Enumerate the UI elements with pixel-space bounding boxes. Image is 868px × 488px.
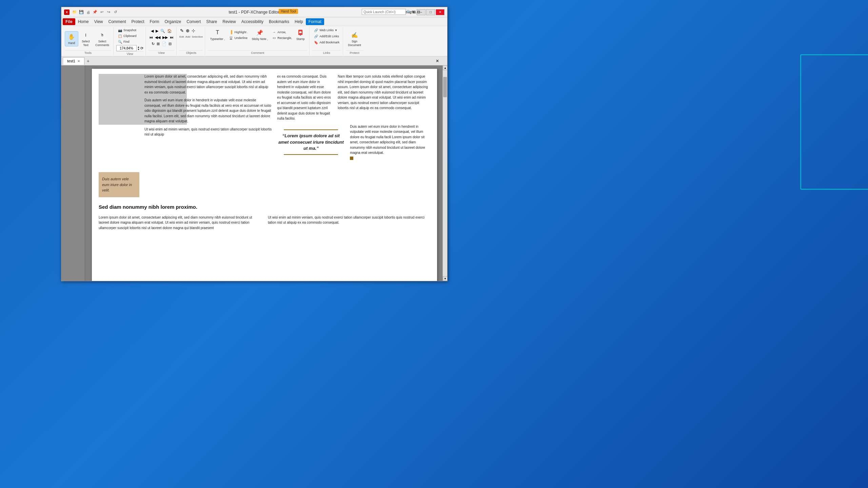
menu-organize[interactable]: Organize — [162, 18, 184, 25]
qa-refresh-icon[interactable]: ↺ — [112, 9, 118, 15]
rectangle-label: Rectangle, — [277, 36, 292, 40]
quick-launch-search-icon: 🔍 — [407, 10, 411, 14]
col2-mid-text: Nam liber tempor cum soluta nobis eleife… — [338, 74, 430, 111]
snapshot-button[interactable]: 📷 Snapshot — [116, 27, 138, 33]
menu-bar: File Home View Comment Protect Form Orga… — [61, 17, 447, 26]
web-links-button[interactable]: 🔗 Web Links ▼ — [312, 27, 339, 33]
menu-help[interactable]: Help — [292, 18, 306, 25]
nav-next-icon[interactable]: ▶▶ — [162, 35, 169, 40]
ribbon-comment-group: T Typewriter , ▐ Highlight . U Underline… — [206, 27, 310, 55]
nav-forward-icon[interactable]: ▶ — [155, 28, 159, 34]
ribbon-links-group: 🔗 Web Links ▼ 🔗 Add/Edit Links 🔖 Add Boo… — [310, 27, 343, 55]
zoom-fit-icon[interactable]: ⟳ — [140, 46, 143, 50]
section-col1: Lorem ipsum dolor sit amet, consectetuer… — [99, 215, 261, 231]
menu-share[interactable]: Share — [203, 18, 220, 25]
close-button[interactable]: ✕ — [436, 9, 445, 15]
tab-close-window[interactable]: ✕ — [436, 59, 446, 63]
add-edit-links-button[interactable]: 🔗 Add/Edit Links — [312, 34, 340, 39]
page-sidebar: Duis autem vele eum iriure dolor in veli… — [99, 74, 139, 197]
zoom-up-arrow[interactable]: ▲ — [137, 46, 140, 48]
nav-fit-icon[interactable]: ⊞ — [156, 41, 160, 47]
menu-form[interactable]: Form — [147, 18, 162, 25]
tab-bar: test1 ✕ + ✕ — [61, 57, 447, 65]
scroll-track[interactable] — [443, 70, 447, 276]
qa-folder-icon[interactable]: 📁 — [72, 9, 78, 15]
sign-document-icon: ✍ — [351, 31, 359, 39]
obj-select-icon[interactable]: ⊹ — [191, 27, 196, 34]
highlight-button[interactable]: ▐ Highlight . — [227, 29, 249, 35]
zoom-input[interactable] — [116, 45, 137, 51]
tab-close-button[interactable]: ✕ — [77, 59, 80, 63]
menu-review[interactable]: Review — [220, 18, 238, 25]
nav-last-icon[interactable]: ⏭ — [169, 35, 174, 40]
scroll-up-button[interactable]: ▲ — [443, 65, 447, 70]
view-group-label: View — [116, 51, 143, 56]
add-tab-button[interactable]: + — [84, 57, 92, 65]
page-top-section: Duis autem vele eum iriure dolor in veli… — [92, 69, 437, 197]
col2-top-text: ex ea commodo consequat. Duis autem vel … — [277, 74, 333, 121]
sticky-note-button[interactable]: 📌 Sticky Note , — [250, 27, 270, 42]
menu-convert[interactable]: Convert — [184, 18, 203, 25]
scroll-down-button[interactable]: ▼ — [443, 276, 447, 281]
qa-save-icon[interactable]: 💾 — [78, 9, 84, 15]
menu-format[interactable]: Format — [306, 18, 324, 25]
nav-rotate-icon[interactable]: ↻ — [151, 41, 155, 47]
col1-bot-text: Ut wisi enim ad minim veniam, quis nostr… — [144, 127, 272, 137]
menu-bookmarks[interactable]: Bookmarks — [266, 18, 292, 25]
nav-items: ◀ ▶ 🔍 🏠 ⏮ ◀◀ ▶▶ ⏭ ↻ ⊞ 📄 ⊟ — [149, 27, 174, 50]
select-comments-icon: 🖱 — [98, 31, 106, 39]
underline-button[interactable]: U Underline — [227, 35, 249, 41]
document-area: Duis autem vele eum iriure dolor in veli… — [61, 65, 447, 281]
typewriter-icon: T — [213, 28, 221, 37]
find-button[interactable]: 🔍 Find — [116, 39, 138, 44]
stamp-button[interactable]: 📮 Stamp — [294, 27, 307, 42]
qa-print-icon[interactable]: 🖨 — [85, 9, 91, 15]
menu-home[interactable]: Home — [75, 18, 92, 25]
tab-name: test1 — [67, 59, 75, 63]
qa-redo-icon[interactable]: ↪ — [105, 9, 112, 15]
document-scroll[interactable]: Duis autem vele eum iriure dolor in veli… — [85, 65, 447, 281]
select-text-button[interactable]: Ⅰ SelectText — [79, 30, 93, 47]
nav-prev-icon[interactable]: ◀◀ — [154, 35, 161, 40]
menu-accessibility[interactable]: Accessibility — [239, 18, 266, 25]
sticky-note-icon: 📌 — [256, 28, 264, 37]
application-window: X 📁 💾 🖨 📌 ↩ ↪ ↺ test1 - PDF-XChange Edit… — [61, 7, 448, 281]
quick-launch-input[interactable] — [362, 9, 406, 15]
tools-group-label: Tools — [65, 50, 111, 55]
hand-tool-button[interactable]: ✋ Hand — [65, 31, 78, 46]
pull-quote-bottom-line — [284, 154, 338, 155]
typewriter-button[interactable]: T Typewriter , — [208, 27, 227, 42]
maximize-button[interactable]: □ — [426, 9, 435, 15]
menu-file[interactable]: File — [63, 18, 75, 25]
obj-edit-icon[interactable]: ✎ — [179, 27, 184, 34]
qa-pin-icon[interactable]: 📌 — [92, 9, 98, 15]
select-comments-label: SelectComments — [95, 40, 109, 46]
qa-undo-icon[interactable]: ↩ — [99, 9, 105, 15]
menu-view[interactable]: View — [92, 18, 106, 25]
quick-launch-grid-icon: ⊞ — [413, 10, 416, 14]
nav-view-icon[interactable]: 📄 — [161, 41, 167, 47]
rectangle-button[interactable]: ▭ Rectangle, — [270, 35, 293, 41]
nav-home-icon[interactable]: 🏠 — [166, 28, 173, 34]
menu-protect[interactable]: Protect — [129, 18, 147, 25]
nav-first-icon[interactable]: ⏮ — [149, 35, 154, 40]
underline-label: Underline — [234, 36, 248, 40]
app-icon: X — [64, 9, 70, 15]
nav-split-icon[interactable]: ⊟ — [168, 41, 172, 47]
nav-zoom-in-icon[interactable]: 🔍 — [160, 28, 166, 34]
menu-comment[interactable]: Comment — [105, 18, 129, 25]
select-comments-button[interactable]: 🖱 SelectComments — [93, 30, 111, 47]
select-text-label: SelectText — [82, 40, 90, 46]
add-label: Add — [185, 35, 190, 38]
vertical-scrollbar: ▲ ▼ — [442, 65, 447, 281]
sign-document-button[interactable]: ✍ SignDocument — [346, 30, 363, 47]
document-tab[interactable]: test1 ✕ — [63, 57, 84, 65]
tools-items: ✋ Hand Ⅰ SelectText 🖱 SelectComments — [65, 27, 111, 50]
zoom-down-arrow[interactable]: ▼ — [137, 48, 140, 50]
add-bookmark-button[interactable]: 🔖 Add Bookmark — [312, 40, 341, 45]
arrow-button[interactable]: → Arrow, — [270, 29, 293, 35]
nav-back-icon[interactable]: ◀ — [150, 28, 154, 34]
scroll-thumb[interactable] — [443, 77, 447, 97]
obj-add-icon[interactable]: ⊕ — [185, 27, 190, 34]
clipboard-button[interactable]: 📋 Clipboard — [116, 33, 138, 39]
